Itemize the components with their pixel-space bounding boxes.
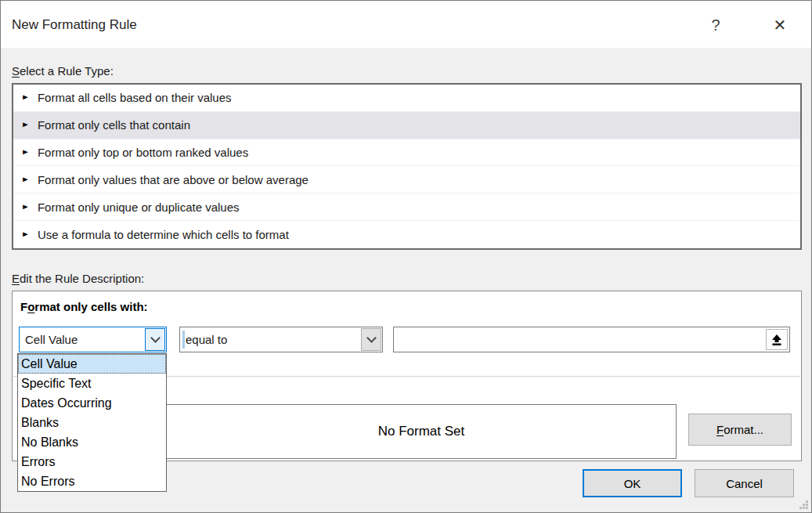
rule-type-item[interactable]: ► Format only values that are above or b…: [13, 166, 800, 193]
rule-arrow-icon: ►: [21, 121, 30, 128]
dropdown-option[interactable]: No Errors: [18, 471, 166, 491]
new-formatting-rule-dialog: New Formatting Rule ? ✕ Select a Rule Ty…: [0, 0, 812, 513]
rule-type-item[interactable]: ► Format all cells based on their values: [13, 85, 800, 112]
rule-arrow-icon: ►: [21, 231, 30, 238]
condition-type-value: Cell Value: [20, 333, 144, 346]
rule-type-label: Use a formula to determine which cells t…: [38, 228, 289, 241]
rule-type-item-selected[interactable]: ► Format only cells that contain: [13, 112, 800, 139]
rule-arrow-icon: ►: [21, 204, 30, 211]
collapse-dialog-button[interactable]: [766, 329, 788, 350]
operator-combo-dropdown-button[interactable]: [361, 328, 381, 351]
rule-arrow-icon: ►: [21, 149, 30, 156]
rule-type-label: Format all cells based on their values: [38, 91, 232, 104]
rule-type-label: Format only cells that contain: [38, 118, 190, 132]
dropdown-option[interactable]: Dates Occurring: [18, 393, 166, 413]
cancel-button[interactable]: Cancel: [695, 469, 794, 497]
rule-type-list: ► Format all cells based on their values…: [12, 83, 802, 250]
rule-arrow-icon: ►: [21, 176, 30, 183]
close-icon[interactable]: ✕: [767, 12, 793, 38]
help-icon[interactable]: ?: [702, 12, 729, 38]
ok-button[interactable]: OK: [583, 469, 682, 497]
chevron-down-icon: [366, 333, 377, 343]
format-button[interactable]: Format...: [688, 414, 792, 446]
dropdown-option[interactable]: Specific Text: [18, 374, 166, 393]
collapse-dialog-icon: [770, 334, 783, 346]
condition-type-combobox[interactable]: Cell Value: [19, 327, 167, 352]
format-only-cells-with-label: Format only cells with:: [20, 300, 148, 313]
edit-rule-description-label: Edit the Rule Description:: [12, 272, 144, 285]
condition-combo-dropdown-button[interactable]: [145, 328, 165, 351]
rule-type-label: Format only values that are above or bel…: [38, 173, 309, 186]
operator-value: equal to: [180, 333, 360, 346]
rule-type-item[interactable]: ► Format only unique or duplicate values: [13, 193, 800, 221]
operator-combobox[interactable]: equal to: [179, 327, 383, 352]
dropdown-option-selected[interactable]: Cell Value: [18, 354, 166, 374]
text-caret: [182, 331, 185, 349]
dropdown-option[interactable]: No Blanks: [18, 432, 166, 452]
value-input[interactable]: [393, 327, 790, 352]
rule-type-item[interactable]: ► Use a formula to determine which cells…: [13, 221, 800, 248]
format-preview-box: No Format Set: [166, 404, 677, 459]
chevron-down-icon: [150, 333, 161, 343]
rule-arrow-icon: ►: [21, 94, 30, 101]
dropdown-option[interactable]: Blanks: [18, 413, 166, 432]
title-bar: New Formatting Rule ? ✕: [1, 1, 811, 48]
rule-type-label: Format only top or bottom ranked values: [38, 146, 248, 159]
condition-type-dropdown-list: Cell Value Specific Text Dates Occurring…: [17, 353, 167, 492]
rule-type-item[interactable]: ► Format only top or bottom ranked value…: [13, 139, 800, 167]
format-preview-text: No Format Set: [378, 424, 465, 439]
resize-grip[interactable]: [797, 498, 808, 509]
select-rule-type-label: Select a Rule Type:: [12, 64, 114, 78]
dialog-title: New Formatting Rule: [12, 17, 137, 33]
rule-type-label: Format only unique or duplicate values: [38, 201, 240, 214]
dropdown-option[interactable]: Errors: [18, 452, 166, 471]
